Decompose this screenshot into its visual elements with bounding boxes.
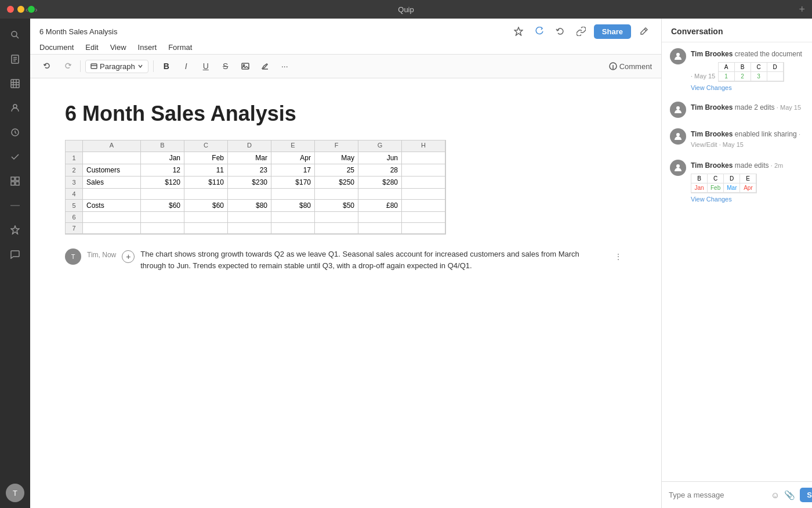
table-row: 3Sales$120$110$230$170$250$280 xyxy=(66,176,445,189)
sidebar-icon-grid[interactable] xyxy=(5,171,26,192)
col-header-h: H xyxy=(402,140,445,152)
table-row: 1JanFebMarAprMayJun xyxy=(66,152,445,164)
undo-toolbar-button[interactable] xyxy=(39,58,56,74)
svg-rect-14 xyxy=(16,177,19,181)
spreadsheet[interactable]: A B C D E F G H 1JanFebMarAprMayJun 2Cus… xyxy=(65,140,446,235)
svg-line-1 xyxy=(16,36,19,38)
add-button[interactable]: + xyxy=(799,3,805,16)
bold-button[interactable]: B xyxy=(158,58,175,74)
message-input-row: ☺ 📎 Send xyxy=(662,481,812,508)
comment-text: The chart shows strong growth towards Q2… xyxy=(140,248,604,271)
table-row: 5Costs$60$60$80$80$50£80 xyxy=(66,200,445,212)
message-input[interactable] xyxy=(669,491,766,499)
svg-point-28 xyxy=(612,68,613,69)
titlebar: ‹ › Quip + xyxy=(0,0,812,19)
conv-date-4: · 2m xyxy=(771,162,783,169)
col-header-c: C xyxy=(184,140,228,152)
document-body: 6 Month Sales Analysis A B C D E F G H 1… xyxy=(30,78,661,508)
highlight-button[interactable] xyxy=(257,58,273,74)
sidebar-icon-sheets[interactable] xyxy=(5,73,26,94)
attachment-icon[interactable]: 📎 xyxy=(784,490,795,500)
sidebar-icon-divider xyxy=(5,195,26,216)
svg-point-31 xyxy=(676,133,680,136)
toolbar-divider-2 xyxy=(153,60,154,72)
sidebar-icon-chat[interactable] xyxy=(5,244,26,265)
col-header-a: A xyxy=(83,140,141,152)
sidebar: T xyxy=(0,19,30,508)
menu-insert[interactable]: Insert xyxy=(138,43,157,52)
col-header-g: G xyxy=(358,140,402,152)
sidebar-icon-star[interactable] xyxy=(5,219,26,240)
share-button[interactable]: Share xyxy=(594,24,631,39)
col-header-e: E xyxy=(271,140,315,152)
redo-toolbar-button[interactable] xyxy=(59,58,75,74)
col-header-d: D xyxy=(228,140,271,152)
image-button[interactable] xyxy=(237,58,253,74)
svg-marker-18 xyxy=(11,226,19,234)
table-row: 7 xyxy=(66,223,445,234)
menu-edit[interactable]: Edit xyxy=(85,43,98,52)
svg-rect-6 xyxy=(11,80,19,88)
sync-button[interactable] xyxy=(531,23,548,39)
sidebar-icon-check[interactable] xyxy=(5,146,26,167)
svg-point-30 xyxy=(676,106,680,110)
svg-point-0 xyxy=(12,31,17,37)
app-title: Quip xyxy=(398,5,414,14)
sidebar-icon-docs[interactable] xyxy=(5,49,26,70)
conversation-body: Tim Brookes created the document · May 1… xyxy=(662,42,812,481)
document-title: 6 Month Sales Analysis xyxy=(39,27,117,36)
right-panel: Conversation Tim Brookes created the doc… xyxy=(661,19,812,508)
menu-bar: Document Edit View Insert Format xyxy=(39,39,652,54)
conv-name-2: Tim Brookes xyxy=(691,103,735,111)
table-row: 4 xyxy=(66,189,445,200)
col-header-b: B xyxy=(141,140,184,152)
commenter-avatar: T xyxy=(65,248,81,265)
menu-document[interactable]: Document xyxy=(39,43,74,52)
edit-button[interactable] xyxy=(636,23,652,39)
main-content: 6 Month Sales Analysis Share xyxy=(30,19,661,508)
back-arrow[interactable]: ‹ xyxy=(23,4,30,15)
conv-name-1: Tim Brookes xyxy=(691,50,735,58)
comment-button[interactable]: Comment xyxy=(609,62,652,71)
toolbar-divider-1 xyxy=(80,60,81,72)
conv-date-1: · May 15 xyxy=(691,73,715,80)
add-comment-button[interactable]: + xyxy=(122,250,135,263)
link-button[interactable] xyxy=(573,23,589,39)
document-heading: 6 Month Sales Analysis xyxy=(65,102,626,126)
user-avatar[interactable]: T xyxy=(6,484,24,502)
conv-mini-sheet-1: A B C D 1 2 3 xyxy=(718,62,784,82)
close-button[interactable] xyxy=(7,6,14,13)
star-button[interactable] xyxy=(510,23,527,39)
paragraph-select[interactable]: Paragraph xyxy=(85,60,148,73)
send-button[interactable]: Send xyxy=(800,488,812,502)
conversation-entry: Tim Brookes created the document · May 1… xyxy=(670,48,804,91)
view-changes-1[interactable]: View Changes xyxy=(691,84,804,91)
menu-format[interactable]: Format xyxy=(168,43,192,52)
more-button[interactable]: ··· xyxy=(277,58,293,74)
underline-button[interactable]: U xyxy=(198,58,214,74)
conv-avatar-3 xyxy=(670,128,686,145)
conversation-header: Conversation xyxy=(662,19,812,42)
conv-name-3: Tim Brookes xyxy=(691,130,735,138)
svg-line-20 xyxy=(644,29,646,31)
strikethrough-button[interactable]: S xyxy=(217,58,234,74)
conv-action-3: enabled link sharing xyxy=(735,130,799,138)
conv-avatar-4 xyxy=(670,160,686,176)
sidebar-icon-person[interactable] xyxy=(5,98,26,118)
row-num-header xyxy=(66,140,83,152)
svg-rect-23 xyxy=(242,63,249,69)
conv-action-1: created the document xyxy=(735,50,802,58)
col-header-f: F xyxy=(315,140,358,152)
conv-mini-sheet-2: B C D E Jan Feb Mar Apr xyxy=(691,174,757,193)
sidebar-icon-clock[interactable] xyxy=(5,122,26,143)
conversation-entry: Tim Brookes made 2 edits · May 15 xyxy=(670,102,804,118)
italic-button[interactable]: I xyxy=(178,58,194,74)
view-changes-2[interactable]: View Changes xyxy=(691,196,804,203)
forward-arrow[interactable]: › xyxy=(32,4,39,15)
menu-view[interactable]: View xyxy=(110,43,126,52)
comment-more-button[interactable]: ⋮ xyxy=(610,248,626,265)
svg-point-11 xyxy=(13,105,17,108)
emoji-icon[interactable]: ☺ xyxy=(771,490,780,500)
sidebar-icon-search[interactable] xyxy=(5,24,26,45)
undo-button[interactable] xyxy=(552,23,568,39)
